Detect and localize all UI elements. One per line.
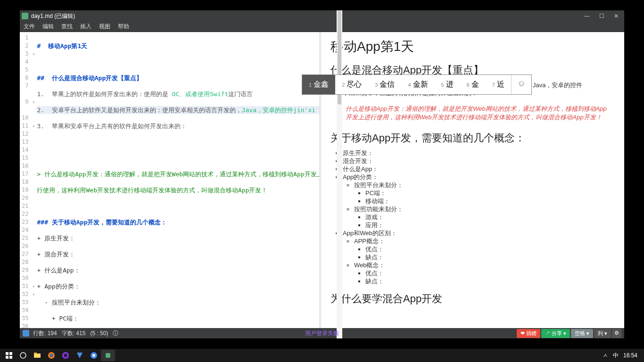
source-code[interactable]: # 移动App第1天 ## 什么是混合移动App开发【重点】 1. 苹果上的软件…: [35, 32, 319, 328]
window-title: day1.md (已编辑): [31, 12, 584, 20]
svg-rect-5: [34, 354, 41, 358]
svg-point-8: [50, 354, 53, 357]
ime-candidate-2[interactable]: 2尽心: [335, 75, 368, 94]
ime-candidates[interactable]: 1金鑫 2尽心 3金信 4金新 5进 6金 7近 ☺: [302, 74, 532, 95]
preview-h2-2: 关于移动App开发，需要知道的几个概念：: [330, 131, 615, 145]
column-button[interactable]: 列 ▾: [594, 329, 611, 338]
donate-button[interactable]: ❤ 捐赠: [517, 329, 540, 338]
svg-rect-6: [34, 353, 37, 354]
menu-find[interactable]: 查找: [61, 23, 73, 31]
tray-lang[interactable]: 中: [613, 352, 619, 360]
minimize-button[interactable]: —: [584, 13, 590, 19]
svg-point-12: [92, 354, 95, 357]
editor-window: day1.md (已编辑) — ☐ ✕ 文件 编辑 查找 插入 视图 帮助 12…: [20, 10, 624, 338]
line-gutter: 1234567910111213141516171819202122232425…: [20, 32, 32, 328]
svg-rect-3: [9, 356, 12, 359]
svg-rect-0: [6, 352, 8, 355]
explorer-icon[interactable]: [30, 350, 44, 361]
app-icon-1[interactable]: [73, 350, 87, 361]
ime-emoji-button[interactable]: ☺: [511, 75, 531, 94]
svg-point-10: [64, 354, 67, 357]
svg-rect-1: [9, 352, 12, 355]
ime-candidate-1[interactable]: 1金鑫: [302, 75, 335, 94]
close-button[interactable]: ✕: [614, 13, 619, 19]
preview-h1: 移动App第1天: [330, 38, 615, 56]
preview-scrollbar[interactable]: [619, 32, 624, 328]
editor-taskbar-icon[interactable]: [101, 350, 115, 361]
space-button[interactable]: 空格 ▾: [571, 329, 593, 338]
titlebar[interactable]: day1.md (已编辑) — ☐ ✕: [20, 10, 624, 22]
settings-button[interactable]: ⚙: [612, 329, 621, 338]
menubar: 文件 编辑 查找 插入 视图 帮助: [20, 22, 624, 32]
chrome-icon[interactable]: [87, 350, 101, 361]
tray-up-icon[interactable]: ㅅ: [603, 352, 608, 360]
menu-edit[interactable]: 编辑: [42, 23, 54, 31]
menu-file[interactable]: 文件: [24, 23, 35, 31]
ime-candidate-5[interactable]: 5进: [435, 75, 460, 94]
firefox-icon[interactable]: [44, 350, 58, 361]
ime-candidate-4[interactable]: 4金新: [401, 75, 434, 94]
ime-candidate-6[interactable]: 6金: [460, 75, 486, 94]
status-pos: (5 : 50): [90, 330, 108, 337]
maximize-button[interactable]: ☐: [599, 13, 604, 19]
firefox-dev-icon[interactable]: [58, 350, 73, 361]
source-pane[interactable]: 1234567910111213141516171819202122232425…: [20, 32, 319, 328]
svg-rect-13: [106, 353, 110, 358]
share-button[interactable]: ↗ 分享 ▾: [541, 329, 570, 338]
svg-rect-2: [6, 356, 8, 359]
cortana-icon[interactable]: [16, 350, 30, 361]
system-tray[interactable]: ㅅ 中 16:54: [603, 352, 642, 360]
menu-view[interactable]: 视图: [99, 23, 110, 31]
svg-point-4: [20, 353, 26, 358]
app-icon: [22, 13, 28, 19]
status-chars: 字数: 415: [62, 329, 86, 337]
preview-ul: 原生开发： 混合开发： 什么是App： App的分类： 按照平台来划分： PC端…: [343, 149, 615, 285]
statusbar: 行数: 194 字数: 415 (5 : 50) ⓘ 用户登录失败 ❤ 捐赠 ↗…: [20, 328, 624, 338]
menu-insert[interactable]: 插入: [80, 23, 91, 31]
status-lines: 行数: 194: [33, 329, 57, 337]
start-button[interactable]: [2, 350, 16, 361]
tray-time: 16:54: [623, 352, 637, 359]
preview-h2-3: 为什么要学混合App开发: [330, 292, 615, 306]
status-file-icon: [23, 330, 29, 337]
menu-help[interactable]: 帮助: [118, 23, 129, 31]
info-icon[interactable]: ⓘ: [113, 329, 118, 337]
taskbar[interactable]: ㅅ 中 16:54: [0, 349, 644, 362]
preview-blockquote: 什么是移动App开发：通俗的理解，就是把开发Web网站的技术，通过某种方式，移植…: [339, 102, 615, 124]
ime-candidate-7[interactable]: 7近: [486, 75, 511, 94]
ime-candidate-3[interactable]: 3金信: [368, 75, 401, 94]
status-center-message: 用户登录失败: [305, 329, 339, 337]
